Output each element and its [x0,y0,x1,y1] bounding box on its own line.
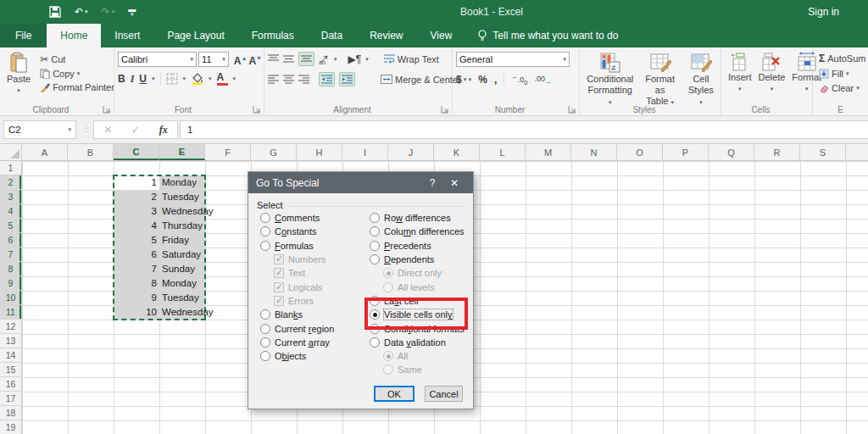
increase-indent-button[interactable] [339,72,355,86]
column-header-G[interactable]: G [251,144,297,160]
tab-insert[interactable]: Insert [101,24,153,47]
cell-C11[interactable]: 10 [114,305,157,320]
option-label-comments[interactable]: Comments [275,213,320,223]
accounting-format-button[interactable]: $ [456,75,462,85]
row-header-6[interactable]: 6 [0,233,21,248]
cell-E2[interactable]: Monday [162,175,197,190]
font-color-button[interactable]: A [217,73,228,86]
column-header-R[interactable]: R [754,144,800,160]
name-box-dropdown-icon[interactable]: ▾ [68,126,71,133]
clipboard-dialog-launcher-icon[interactable] [103,105,111,114]
close-icon[interactable]: ✕ [443,177,465,189]
option-label-row-differences[interactable]: Row differences [384,213,451,223]
row-header-15[interactable]: 15 [0,363,21,377]
column-header-L[interactable]: L [480,144,526,160]
row-header-7[interactable]: 7 [0,248,21,262]
option-label-precedents[interactable]: Precedents [384,241,431,251]
tab-home[interactable]: Home [47,24,101,47]
align-center-button[interactable] [283,75,294,84]
cell-C9[interactable]: 8 [114,276,157,291]
number-dialog-launcher-icon[interactable] [568,105,576,114]
row-header-13[interactable]: 13 [0,334,21,348]
grow-font-button[interactable]: A▲ [234,53,248,66]
cell-C8[interactable]: 7 [114,262,157,276]
row-header-8[interactable]: 8 [0,262,21,276]
orientation-dropdown-icon[interactable]: ▾ [334,56,337,63]
tell-me-box[interactable]: Tell me what you want to do [465,24,630,47]
increase-decimal-button[interactable]: ←.00 [511,73,527,86]
option-label-data-validation[interactable]: Data validation [384,337,446,348]
row-header-17[interactable]: 17 [0,392,21,406]
percent-style-button[interactable]: % [478,75,487,85]
cell-C2[interactable]: 1 [114,175,157,190]
column-header-E[interactable]: E [159,144,205,160]
redo-button[interactable]: ↷▾ [102,4,115,19]
cancel-button[interactable]: Cancel [425,386,463,402]
radio-current-array[interactable] [260,337,270,348]
row-header-3[interactable]: 3 [0,190,21,204]
column-header-M[interactable]: M [526,144,571,160]
alignment-dialog-launcher-icon[interactable] [441,105,449,114]
option-label-current-array[interactable]: Current array [275,337,330,348]
shrink-font-button[interactable]: A▼ [248,53,262,66]
dialog-title-bar[interactable]: Go To Special ? ✕ [248,172,473,193]
paste-button[interactable]: Paste ▾ [3,50,34,97]
column-header-A[interactable]: A [22,144,68,160]
align-left-button[interactable] [268,75,279,84]
cut-button[interactable]: ✂Cut [37,53,117,66]
font-size-combo[interactable]: 11▾ [198,52,229,67]
column-header-C[interactable]: C [114,144,159,160]
row-header-11[interactable]: 11 [0,305,21,320]
column-header-O[interactable]: O [617,144,663,160]
format-painter-button[interactable]: Format Painter [37,81,117,93]
fill-button[interactable]: Fill▾ [816,68,866,80]
option-label-blanks[interactable]: Blanks [275,309,303,320]
radio-formulas[interactable] [260,241,270,251]
column-header-Q[interactable]: Q [709,144,754,160]
align-top-button[interactable] [268,54,279,64]
undo-button[interactable]: ↶▾ [75,4,88,19]
italic-button[interactable]: I [131,75,135,84]
help-icon[interactable]: ? [421,177,443,189]
radio-constants[interactable] [260,226,270,236]
radio-current-region[interactable] [260,324,270,334]
row-header-19[interactable]: 19 [0,420,21,434]
radio-objects[interactable] [260,351,270,361]
column-header-P[interactable]: P [663,144,709,160]
cell-E11[interactable]: Wednesday [162,305,214,320]
row-header-10[interactable]: 10 [0,291,21,305]
cell-E8[interactable]: Sunday [162,262,195,276]
cell-C4[interactable]: 3 [114,204,157,219]
decrease-indent-button[interactable] [319,72,335,86]
underline-button[interactable]: U [139,75,147,84]
number-format-combo[interactable]: General▾ [456,52,570,67]
option-label-dependents[interactable]: Dependents [384,254,434,264]
cell-C5[interactable]: 4 [114,219,157,233]
borders-button[interactable] [166,73,178,85]
column-header-S[interactable]: S [800,144,846,160]
cell-styles-button[interactable]: Cell Styles ▾ [683,50,719,109]
copy-button[interactable]: Copy▾ [37,68,117,80]
row-header-12[interactable]: 12 [0,320,21,334]
row-header-1[interactable]: 1 [0,161,21,175]
row-header-18[interactable]: 18 [0,406,21,420]
cancel-entry-icon[interactable]: ✕ [103,124,112,136]
row-header-16[interactable]: 16 [0,377,21,392]
cell-E6[interactable]: Friday [162,233,189,248]
cell-E4[interactable]: Wednesday [162,204,214,219]
option-label-current-region[interactable]: Current region [275,324,334,334]
cell-C6[interactable]: 5 [114,233,157,248]
tab-file[interactable]: File [0,24,47,47]
radio-comments[interactable] [260,213,270,223]
column-header-F[interactable]: F [205,144,251,160]
align-right-button[interactable] [298,75,309,84]
cell-E5[interactable]: Thursday [162,219,203,233]
font-family-combo[interactable]: Calibri▾ [118,52,197,67]
row-header-2[interactable]: 2 [0,175,21,190]
autosum-button[interactable]: ΣAutoSum [816,52,866,65]
fill-color-button[interactable] [191,73,203,85]
row-header-4[interactable]: 4 [0,204,21,219]
underline-dropdown-icon[interactable]: ▾ [152,75,155,82]
tab-data[interactable]: Data [308,24,356,47]
cell-E10[interactable]: Tuesday [162,291,199,305]
